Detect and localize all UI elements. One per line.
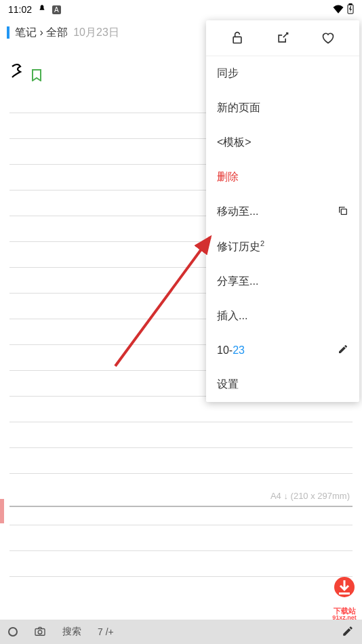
handwriting-mark <box>11 62 27 79</box>
copy-icon <box>338 205 348 219</box>
svg-point-7 <box>38 630 42 634</box>
lock-icon[interactable] <box>230 31 244 45</box>
heart-icon[interactable] <box>321 31 335 45</box>
battery-icon <box>347 3 354 16</box>
menu-share-to-label: 分享至... <box>217 275 258 289</box>
menu-settings-label: 设置 <box>217 378 239 392</box>
watermark-text2: 91xz.net <box>329 615 359 621</box>
record-icon[interactable] <box>8 627 18 637</box>
status-time: 11:02 <box>8 4 32 15</box>
menu-settings[interactable]: 设置 <box>206 367 359 402</box>
menu-delete[interactable]: 删除 <box>206 160 359 195</box>
menu-new-page-label: 新的页面 <box>217 101 260 115</box>
page-size-label: A4 ↓ (210 x 297mm) <box>270 491 350 501</box>
breadcrumb[interactable]: 笔记 › 全部 <box>15 26 68 40</box>
menu-delete-label: 删除 <box>217 170 239 184</box>
svg-rect-9 <box>339 592 350 595</box>
menu-sync[interactable]: 同步 <box>206 56 359 91</box>
menu-insert[interactable]: 插入... <box>206 299 359 334</box>
dropdown-menu: 同步 新的页面 <模板> 删除 移动至... 修订历史2 分享至... 插入..… <box>206 20 359 402</box>
menu-template-label: <模板> <box>217 136 252 150</box>
status-left: 11:02 A <box>8 4 61 16</box>
menu-move-to[interactable]: 移动至... <box>206 195 359 229</box>
camera-icon[interactable] <box>34 626 46 638</box>
svg-rect-3 <box>341 209 346 214</box>
menu-date-label: 10-23 <box>217 344 245 357</box>
menu-icon-row <box>206 20 359 56</box>
bookmark-icon[interactable] <box>31 69 42 81</box>
breadcrumb-date: 10月23日 <box>73 26 119 40</box>
status-bar: 11:02 A <box>0 0 362 19</box>
svg-rect-2 <box>233 37 241 43</box>
external-link-icon[interactable] <box>276 31 289 45</box>
menu-date[interactable]: 10-23 <box>206 334 359 367</box>
a-badge-icon: A <box>52 5 61 14</box>
wifi-icon <box>332 4 344 16</box>
menu-sync-label: 同步 <box>217 66 239 81</box>
page-counter[interactable]: 7 /+ <box>98 626 114 637</box>
red-tab-marker <box>0 499 4 523</box>
edit-pen-icon[interactable] <box>342 625 354 639</box>
menu-insert-label: 插入... <box>217 309 247 323</box>
menu-revision-history[interactable]: 修订历史2 <box>206 229 359 264</box>
menu-move-to-label: 移动至... <box>217 205 258 219</box>
bell-icon <box>37 4 47 16</box>
svg-rect-1 <box>349 3 352 5</box>
status-right <box>332 3 354 16</box>
marker-icon <box>7 26 9 39</box>
edit-icon[interactable] <box>338 344 348 357</box>
menu-revision-label: 修订历史2 <box>217 239 264 254</box>
bottom-bar: 搜索 7 /+ <box>0 620 362 644</box>
watermark: 下载站 91xz.net <box>329 575 359 621</box>
download-icon <box>329 575 359 605</box>
menu-template[interactable]: <模板> <box>206 125 359 160</box>
menu-share-to[interactable]: 分享至... <box>206 264 359 299</box>
menu-new-page[interactable]: 新的页面 <box>206 91 359 125</box>
search-label[interactable]: 搜索 <box>62 626 81 638</box>
